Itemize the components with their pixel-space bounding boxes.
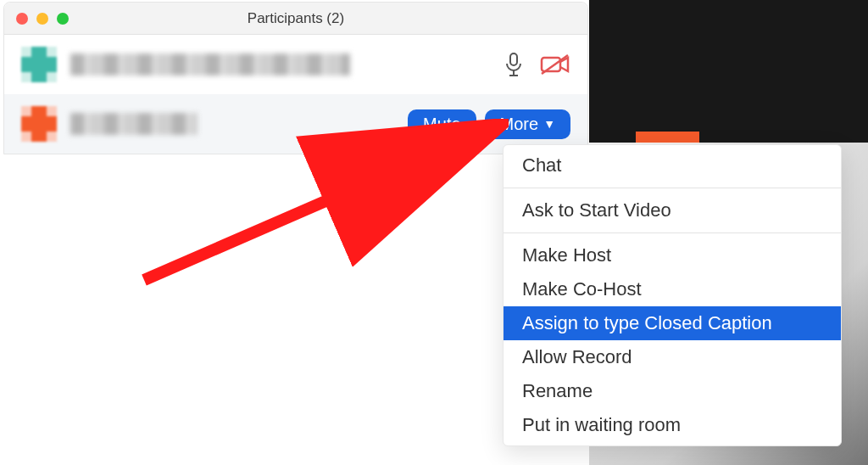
more-button[interactable]: More ▼ [485, 109, 570, 139]
svg-rect-0 [510, 53, 517, 65]
camera-off-icon[interactable] [540, 53, 570, 76]
menu-item-ask-video[interactable]: Ask to Start Video [504, 193, 841, 227]
menu-separator [504, 232, 841, 233]
mute-button[interactable]: Mute [408, 109, 476, 139]
accent-strip [636, 132, 699, 143]
menu-item-chat[interactable]: Chat [504, 148, 841, 182]
menu-item-allow-record[interactable]: Allow Record [504, 340, 841, 374]
menu-item-make-cohost[interactable]: Make Co-Host [504, 272, 841, 306]
more-label: More [500, 115, 539, 134]
menu-item-make-host[interactable]: Make Host [504, 238, 841, 272]
svg-rect-3 [542, 58, 560, 71]
window-controls [16, 13, 69, 25]
participants-panel: Participants (2) [3, 2, 588, 154]
titlebar[interactable]: Participants (2) [4, 3, 587, 35]
participant-name-redacted [70, 53, 350, 76]
zoom-icon[interactable] [57, 13, 69, 25]
chevron-down-icon: ▼ [543, 117, 555, 131]
more-menu: Chat Ask to Start Video Make Host Make C… [503, 144, 842, 446]
microphone-icon[interactable] [504, 53, 523, 76]
menu-item-rename[interactable]: Rename [504, 374, 841, 408]
menu-separator [504, 188, 841, 188]
participant-row[interactable] [4, 35, 587, 94]
panel-title: Participants (2) [4, 10, 587, 27]
minimize-icon[interactable] [36, 13, 48, 25]
avatar [21, 47, 57, 82]
menu-item-assign-cc[interactable]: Assign to type Closed Caption [504, 306, 841, 340]
menu-item-waiting-room[interactable]: Put in waiting room [504, 408, 841, 442]
participant-name-redacted [70, 113, 198, 135]
close-icon[interactable] [16, 13, 28, 25]
participant-row[interactable]: Mute More ▼ [4, 94, 587, 154]
mute-label: Mute [423, 115, 460, 134]
avatar [21, 106, 57, 142]
